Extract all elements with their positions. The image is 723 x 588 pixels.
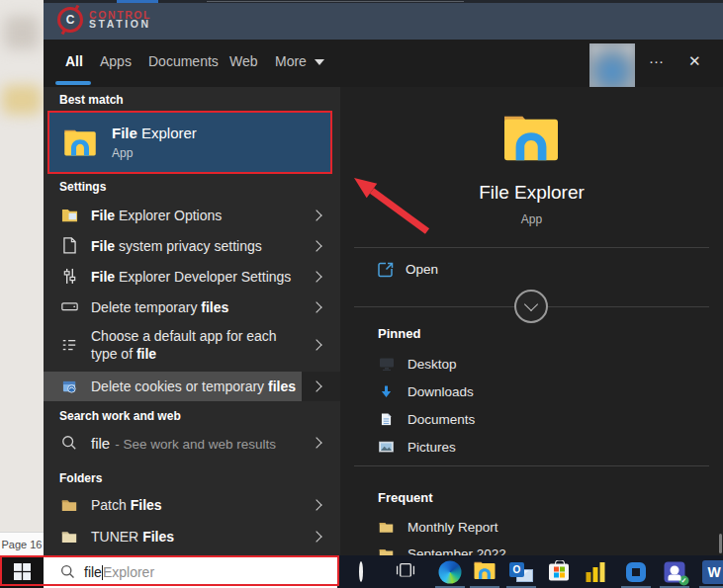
file-explorer-icon (500, 111, 562, 164)
settings-item-choose-default-app[interactable]: Choose a default app for each type of fi… (44, 322, 340, 368)
section-header-settings: Settings (59, 180, 106, 194)
outlook-icon[interactable]: O (509, 562, 533, 582)
folder-result-patch-files[interactable]: Patch Files (44, 489, 340, 521)
pinned-item-desktop[interactable]: Desktop (340, 350, 723, 378)
documents-icon (378, 411, 395, 428)
chevron-right-icon[interactable] (311, 380, 321, 391)
app-header-bar: C CONTROL STATION (44, 3, 723, 40)
settings-item-delete-temporary-files[interactable]: Delete temporary files (44, 292, 340, 322)
chevron-right-icon[interactable] (311, 210, 321, 220)
search-results-list: Best match File Explorer App Settings (44, 87, 340, 555)
document-blur-smudge (4, 16, 40, 49)
tab-documents[interactable]: Documents (148, 53, 219, 69)
selected-tab-underline (55, 81, 91, 85)
cortana-icon[interactable] (359, 563, 363, 581)
folder-icon (60, 496, 78, 514)
settings-item-developer-settings[interactable]: File Explorer Developer Settings (44, 261, 340, 292)
settings-item-file-explorer-options[interactable]: File Explorer Options (44, 200, 340, 230)
web-search-hint: - See work and web results (115, 437, 276, 452)
drive-icon (60, 298, 78, 316)
background-window-fragment (207, 1, 464, 2)
chevron-right-icon[interactable] (311, 339, 321, 350)
folder-icon (60, 528, 78, 546)
desktop-icon (378, 356, 395, 373)
brand-line2: STATION (89, 20, 151, 30)
chevron-right-icon[interactable] (311, 301, 321, 312)
web-search-query: file (91, 435, 110, 452)
folder-options-icon (60, 207, 78, 224)
more-options-button[interactable]: ··· (649, 52, 664, 69)
start-button[interactable] (0, 555, 44, 588)
user-avatar[interactable] (589, 43, 635, 89)
control-station-logo: C CONTROL STATION (57, 7, 151, 33)
tab-web[interactable]: Web (229, 53, 258, 69)
chevron-right-icon[interactable] (311, 240, 321, 251)
best-match-result-file-explorer[interactable]: File Explorer App (47, 111, 332, 174)
start-icon (14, 563, 31, 580)
background-document (0, 0, 44, 555)
sliders-icon (60, 268, 78, 286)
task-view-icon[interactable] (397, 562, 415, 581)
power-bi-icon[interactable] (587, 562, 605, 582)
section-header-search-web: Search work and web (59, 409, 181, 423)
page-number-status: Page 16 (0, 532, 44, 556)
search-icon (60, 434, 78, 452)
open-label: Open (406, 262, 438, 277)
tab-more[interactable]: More (275, 53, 324, 69)
settings-item-file-system-privacy[interactable]: File system privacy settings (44, 230, 340, 261)
open-icon (378, 262, 394, 278)
search-icon (60, 564, 75, 579)
open-action[interactable]: Open (340, 257, 723, 283)
taskbar-search-input[interactable]: fileExplorer (84, 564, 154, 580)
pictures-icon (378, 439, 395, 456)
search-flyout: C CONTROL STATION All Apps Documents Web… (44, 0, 723, 555)
preview-pane: File Explorer App Open Pinned Desktop (340, 87, 723, 555)
chevron-down-icon (524, 297, 538, 311)
internet-options-icon (60, 378, 78, 395)
tab-apps[interactable]: Apps (100, 53, 132, 69)
scrollbar-thumb[interactable] (719, 534, 722, 553)
pinned-item-downloads[interactable]: Downloads (340, 378, 723, 405)
store-icon[interactable] (549, 563, 569, 580)
section-header-folders: Folders (59, 471, 102, 485)
folder-icon (378, 519, 395, 536)
taskbar: fileExplorer O ✓ W (0, 555, 723, 588)
word-icon[interactable]: W (702, 560, 723, 584)
screen: Page 16 C CONTROL STATION All Apps Docum… (0, 0, 723, 588)
section-header-frequent: Frequent (378, 490, 433, 505)
divider (354, 247, 709, 248)
pinned-item-documents[interactable]: Documents (340, 405, 723, 433)
chevron-right-icon[interactable] (311, 437, 321, 448)
pinned-item-pictures[interactable]: Pictures (340, 433, 723, 461)
file-explorer-icon (62, 126, 98, 158)
section-header-best-match: Best match (59, 93, 124, 107)
chevron-right-icon[interactable] (311, 271, 321, 282)
search-web-result[interactable]: file- See work and web results (44, 427, 340, 459)
vmware-icon[interactable] (626, 562, 646, 582)
expand-button[interactable] (514, 290, 548, 323)
best-match-title: File Explorer (112, 125, 197, 141)
edge-icon[interactable] (439, 560, 462, 583)
settings-item-delete-cookies[interactable]: Delete cookies or temporary files (44, 372, 340, 401)
downloads-icon (378, 383, 395, 400)
preview-subtitle: App (340, 212, 723, 226)
close-button[interactable]: ✕ (688, 52, 701, 70)
chevron-right-icon[interactable] (311, 499, 321, 510)
divider (354, 465, 709, 466)
default-apps-icon (60, 336, 78, 354)
file-explorer-icon[interactable] (473, 559, 497, 584)
section-header-pinned: Pinned (378, 326, 420, 341)
chevron-right-icon[interactable] (311, 531, 321, 542)
document-blur-smudge (2, 85, 42, 115)
tab-all[interactable]: All (65, 53, 83, 69)
dropdown-arrow-icon (315, 59, 324, 65)
control-station-logo-icon: C (57, 7, 83, 33)
taskbar-search-box[interactable]: fileExplorer (44, 555, 337, 588)
frequent-item-monthly-report[interactable]: Monthly Report (340, 513, 723, 541)
teams-icon[interactable]: ✓ (665, 561, 685, 582)
folder-result-tuner-files[interactable]: TUNER Files (44, 521, 340, 552)
document-icon (60, 237, 78, 255)
preview-title: File Explorer (340, 182, 723, 204)
best-match-subtitle: App (112, 146, 197, 160)
